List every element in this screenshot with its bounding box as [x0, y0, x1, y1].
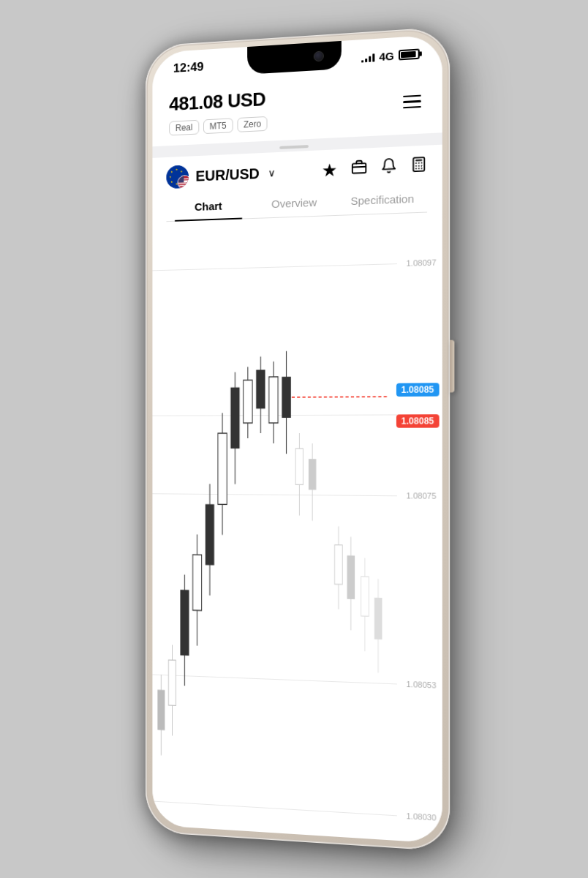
svg-text:★: ★	[170, 170, 173, 173]
account-balance: 481.08 USD	[169, 88, 268, 116]
tag-mt5[interactable]: MT5	[203, 118, 233, 134]
notch	[247, 41, 342, 75]
account-tags: Real MT5 Zero	[169, 116, 268, 136]
svg-rect-54	[157, 690, 165, 730]
signal-bars	[361, 51, 374, 62]
svg-rect-48	[295, 449, 303, 484]
svg-rect-15	[353, 163, 366, 173]
tag-real[interactable]: Real	[169, 120, 199, 136]
svg-rect-32	[269, 377, 278, 423]
svg-rect-17	[413, 157, 424, 171]
bell-icon[interactable]	[380, 157, 396, 179]
menu-button[interactable]	[400, 91, 424, 112]
status-time: 12:49	[173, 60, 204, 76]
chart-area[interactable]: 1.08097 1.08075 1.08053 1.08030 1.08085 …	[152, 212, 442, 844]
svg-rect-42	[206, 504, 214, 565]
svg-rect-34	[256, 369, 265, 408]
phone-body: 12:49 4G	[146, 26, 450, 851]
svg-line-28	[287, 397, 387, 397]
svg-rect-56	[335, 545, 343, 585]
pair-actions: ★	[322, 156, 427, 181]
eu-flag: ★ ★ ★ ★ ★ ★ ★ ★	[166, 165, 189, 189]
tab-overview[interactable]: Overview	[251, 188, 338, 218]
svg-text:★: ★	[180, 170, 183, 173]
signal-bar-3	[369, 56, 371, 62]
pair-chevron-icon[interactable]: ∨	[268, 167, 276, 179]
chart-header: ★ ★ ★ ★ ★ ★ ★ ★	[152, 145, 442, 222]
camera	[314, 50, 324, 61]
hamburger-line-1	[403, 94, 421, 97]
svg-rect-60	[361, 577, 369, 616]
status-icons: 4G	[361, 48, 420, 64]
svg-rect-50	[309, 459, 316, 489]
svg-rect-38	[230, 387, 239, 449]
svg-rect-40	[218, 433, 227, 504]
hamburger-line-2	[403, 100, 421, 103]
svg-rect-58	[347, 555, 355, 599]
favorite-icon[interactable]: ★	[322, 160, 338, 181]
tab-specification[interactable]: Specification	[338, 184, 427, 215]
account-info: 481.08 USD Real MT5 Zero	[169, 88, 268, 135]
pair-name: EUR/USD	[195, 165, 259, 184]
us-flag	[178, 175, 189, 189]
svg-text:★: ★	[176, 168, 178, 171]
svg-rect-62	[374, 598, 382, 639]
calculator-icon[interactable]	[410, 156, 427, 178]
briefcase-icon[interactable]	[351, 159, 367, 180]
svg-rect-44	[193, 555, 202, 610]
candlestick-chart	[152, 212, 442, 844]
signal-bar-2	[365, 59, 367, 62]
pair-left[interactable]: ★ ★ ★ ★ ★ ★ ★ ★	[166, 161, 275, 189]
signal-bar-4	[372, 53, 374, 61]
signal-bar-1	[361, 60, 363, 62]
svg-rect-52	[168, 660, 176, 705]
hamburger-line-3	[403, 106, 421, 109]
svg-rect-14	[178, 176, 184, 182]
tag-zero[interactable]: Zero	[237, 116, 268, 132]
tab-chart[interactable]: Chart	[166, 191, 251, 221]
svg-text:★: ★	[170, 180, 173, 184]
battery-icon	[399, 48, 420, 60]
handle-bar	[279, 145, 309, 149]
pair-row: ★ ★ ★ ★ ★ ★ ★ ★	[166, 154, 427, 189]
battery-fill	[401, 51, 415, 58]
phone-device: 12:49 4G	[146, 26, 450, 851]
svg-text:★: ★	[169, 175, 172, 179]
svg-rect-30	[282, 377, 290, 418]
screen: 12:49 4G	[152, 34, 442, 844]
currency-flag: ★ ★ ★ ★ ★ ★ ★ ★	[166, 165, 189, 189]
svg-rect-46	[180, 590, 189, 656]
svg-rect-36	[244, 380, 252, 424]
network-type: 4G	[379, 49, 393, 62]
